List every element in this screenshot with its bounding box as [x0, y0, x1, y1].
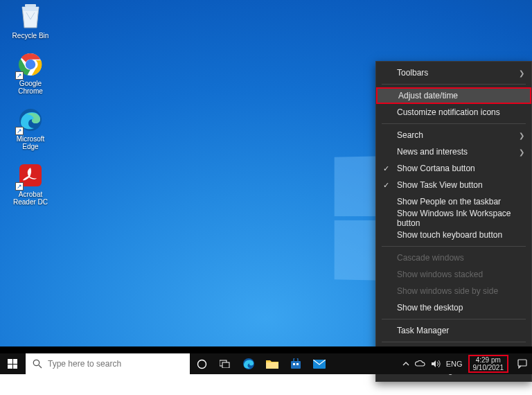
search-box[interactable] — [25, 353, 190, 374]
bottom-strip — [0, 346, 532, 353]
svg-rect-17 — [518, 360, 526, 366]
icon-label: GoogleChrome — [18, 80, 43, 95]
menu-item-news-and-interests[interactable]: News and interests❯ — [376, 143, 531, 160]
tray-time: 4:29 pm — [476, 356, 501, 364]
menu-item-label: Show Task View button — [397, 180, 483, 190]
menu-item-label: Show the desktop — [397, 303, 463, 313]
menu-item-adjust-date-time[interactable]: Adjust date/time — [376, 87, 531, 104]
menu-item-label: News and interests — [397, 147, 468, 157]
tray-onedrive-icon[interactable] — [415, 360, 425, 367]
taskbar[interactable]: ENG 4:29 pm 9/10/2021 — [0, 353, 532, 374]
taskbar-pinned-icons — [190, 353, 331, 374]
menu-item-label: Show Windows Ink Workspace button — [397, 209, 524, 228]
menu-item-label: Adjust date/time — [398, 91, 458, 100]
menu-item-label: Show windows side by side — [397, 286, 498, 296]
svg-point-8 — [197, 360, 206, 368]
start-button[interactable] — [0, 353, 25, 374]
notification-icon — [517, 359, 527, 369]
menu-item-show-task-view-button[interactable]: ✓Show Task View button — [376, 177, 531, 193]
search-icon — [33, 359, 42, 369]
taskbar-explorer-button[interactable] — [260, 359, 284, 369]
recycle-bin-icon — [18, 3, 43, 30]
mail-icon — [313, 360, 326, 369]
svg-rect-13 — [291, 361, 301, 369]
icon-label: Recycle Bin — [12, 32, 49, 40]
shortcut-arrow-icon: ↗ — [15, 71, 24, 80]
svg-line-7 — [39, 365, 42, 368]
svg-point-6 — [33, 360, 39, 365]
tray-date: 9/10/2021 — [473, 364, 504, 371]
menu-separator — [382, 319, 526, 319]
edge-icon — [242, 358, 255, 370]
tray-language[interactable]: ENG — [446, 360, 463, 368]
desktop-icon-chrome[interactable]: ↗ GoogleChrome — [6, 51, 55, 95]
menu-item-label: Show People on the taskbar — [397, 197, 501, 207]
tray-clock[interactable]: 4:29 pm 9/10/2021 — [468, 355, 509, 373]
svg-rect-0 — [25, 4, 36, 7]
icon-label: MicrosoftEdge — [17, 135, 45, 150]
menu-item-task-manager[interactable]: Task Manager — [376, 322, 531, 339]
cortana-button[interactable] — [190, 359, 213, 369]
menu-item-label: Show touch keyboard button — [397, 230, 502, 240]
menu-separator — [382, 84, 526, 85]
desktop-icon-recycle-bin[interactable]: Recycle Bin — [6, 3, 55, 40]
taskbar-store-button[interactable] — [284, 358, 308, 369]
menu-item-show-windows-stacked: Show windows stacked — [376, 266, 531, 283]
check-icon: ✓ — [383, 181, 389, 190]
menu-item-label: Show Cortana button — [397, 164, 475, 173]
tray-chevron-up-icon[interactable] — [402, 360, 409, 367]
menu-separator — [382, 123, 526, 124]
action-center-button[interactable] — [513, 353, 532, 374]
menu-item-show-cortana-button[interactable]: ✓Show Cortana button — [376, 160, 531, 177]
menu-separator — [382, 342, 526, 342]
menu-item-label: Cascade windows — [397, 253, 464, 263]
menu-item-search[interactable]: Search❯ — [376, 127, 531, 143]
menu-item-label: Search — [397, 130, 423, 140]
search-input[interactable] — [48, 359, 183, 369]
taskbar-mail-button[interactable] — [308, 360, 331, 369]
shortcut-arrow-icon: ↗ — [15, 127, 24, 135]
desktop-icons: Recycle Bin ↗ GoogleChrome — [6, 3, 55, 206]
shortcut-arrow-icon: ↗ — [15, 182, 24, 191]
menu-item-toolbars[interactable]: Toolbars❯ — [376, 64, 531, 81]
menu-item-label: Task Manager — [397, 326, 449, 335]
taskbar-edge-button[interactable] — [237, 358, 260, 370]
menu-item-show-windows-side-by-side: Show windows side by side — [376, 283, 531, 299]
desktop[interactable]: Recycle Bin ↗ GoogleChrome — [0, 0, 532, 374]
chevron-right-icon: ❯ — [519, 148, 524, 156]
desktop-icon-acrobat[interactable]: ↗ AcrobatReader DC — [6, 161, 55, 206]
desktop-icon-edge[interactable]: ↗ MicrosoftEdge — [6, 106, 55, 150]
menu-item-show-the-desktop[interactable]: Show the desktop — [376, 299, 531, 316]
menu-separator — [382, 246, 526, 247]
chevron-right-icon: ❯ — [519, 69, 524, 77]
cortana-icon — [197, 359, 207, 369]
menu-item-label: Show windows stacked — [397, 270, 483, 279]
menu-item-show-people-on-the-taskbar[interactable]: Show People on the taskbar — [376, 193, 531, 210]
taskbar-spacer — [331, 353, 398, 374]
menu-item-show-windows-ink-workspace-button[interactable]: Show Windows Ink Workspace button — [376, 210, 531, 227]
file-explorer-icon — [266, 359, 278, 369]
taskbar-context-menu: Toolbars❯Adjust date/timeCustomize notif… — [375, 61, 532, 382]
check-icon: ✓ — [383, 164, 389, 173]
windows-logo-icon — [8, 359, 17, 369]
menu-item-cascade-windows: Cascade windows — [376, 249, 531, 266]
svg-rect-10 — [222, 362, 229, 368]
system-tray[interactable]: ENG 4:29 pm 9/10/2021 — [398, 353, 513, 374]
svg-rect-15 — [296, 363, 299, 365]
menu-item-customize-notification-icons[interactable]: Customize notification icons — [376, 104, 531, 121]
menu-item-show-touch-keyboard-button[interactable]: Show touch keyboard button — [376, 227, 531, 243]
taskview-icon — [220, 360, 231, 368]
store-icon — [290, 358, 301, 369]
taskview-button[interactable] — [213, 360, 237, 368]
svg-rect-14 — [293, 363, 295, 365]
menu-item-label: Toolbars — [397, 68, 428, 78]
icon-label: AcrobatReader DC — [13, 191, 48, 206]
chevron-right-icon: ❯ — [519, 132, 524, 139]
tray-volume-icon[interactable] — [431, 360, 441, 368]
svg-rect-12 — [266, 362, 278, 369]
menu-item-label: Customize notification icons — [397, 107, 500, 117]
